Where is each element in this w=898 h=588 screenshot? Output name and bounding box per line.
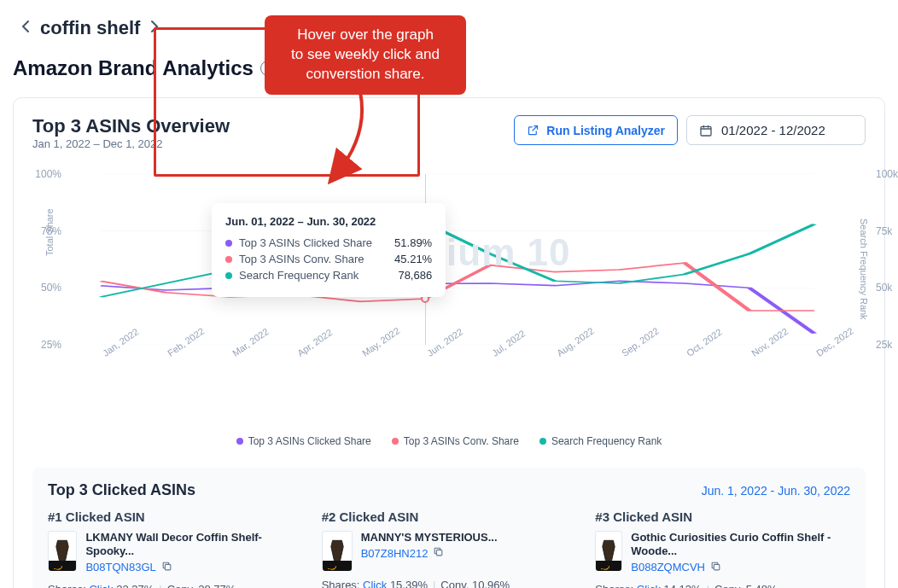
asin-code[interactable]: B08TQN83GL	[85, 561, 172, 574]
asin-name[interactable]: LKMANY Wall Decor Coffin Shelf- Spooky..…	[85, 531, 302, 559]
chevron-left-icon[interactable]	[21, 20, 30, 37]
external-link-icon	[527, 124, 539, 137]
run-button-label: Run Listing Analyzer	[546, 124, 665, 137]
tooltip-label: Top 3 ASINs Conv. Share	[239, 253, 364, 265]
tooltip-label: Search Frequency Rank	[239, 269, 359, 282]
x-tick: Oct, 2022	[685, 350, 691, 358]
legend-label: Search Frequency Rank	[551, 435, 662, 447]
chart-legend: Top 3 ASINs Clicked Share Top 3 ASINs Co…	[32, 435, 866, 447]
panel-title: Top 3 ASINs Overview	[32, 115, 230, 137]
x-tick: Aug, 2022	[555, 350, 561, 358]
y-tick: 50%	[41, 282, 61, 294]
run-listing-analyzer-button[interactable]: Run Listing Analyzer	[514, 115, 678, 145]
asin-rank: #3 Clicked ASIN	[595, 509, 850, 524]
chart-tooltip: Jun. 01, 2022 – Jun. 30, 2022 Top 3 ASIN…	[212, 203, 446, 297]
x-tick: Dec, 2022	[814, 350, 820, 358]
y-tick: 100k	[876, 168, 898, 180]
x-tick: Apr, 2022	[295, 350, 301, 358]
date-range-value: 01/2022 - 12/2022	[721, 123, 825, 137]
chart[interactable]: Total Share Search Frequency Rank 100% 7…	[32, 174, 866, 396]
asin-column: #3 Clicked ASINGothic Curiosities Curio …	[595, 509, 850, 588]
dot-icon	[225, 256, 232, 263]
y-tick: 25%	[41, 339, 61, 351]
tooltip-value: 78,686	[382, 269, 432, 282]
y-tick: 100%	[35, 168, 61, 180]
legend-label: Top 3 ASINs Clicked Share	[248, 435, 371, 447]
asin-thumbnail[interactable]	[322, 531, 353, 570]
asin-name[interactable]: Gothic Curiosities Curio Coffin Shelf - …	[631, 531, 850, 559]
tooltip-row: Search Frequency Rank 78,686	[225, 269, 432, 282]
asin-shares: Shares: Click 14.13%|Conv. 5.48%	[595, 583, 850, 588]
x-tick: Mar, 2022	[230, 350, 236, 358]
chart-svg	[101, 174, 814, 345]
x-axis: Jan, 2022Feb, 2022Mar, 2022Apr, 2022May,…	[101, 350, 814, 360]
callout-annotation: Hover over the graph to see weekly click…	[265, 15, 466, 95]
overview-panel: Top 3 ASINs Overview Jan 1, 2022 – Dec 1…	[13, 97, 885, 588]
asin-thumbnail[interactable]	[595, 531, 622, 570]
svg-rect-6	[437, 550, 442, 556]
tooltip-label: Top 3 ASINs Clicked Share	[239, 236, 372, 249]
legend-item[interactable]: Top 3 ASINs Clicked Share	[236, 435, 371, 447]
tooltip-value: 51.89%	[379, 236, 432, 249]
x-tick: Jun, 2022	[425, 350, 431, 358]
callout-line: to see weekly click and	[280, 45, 451, 65]
x-tick: Sep, 2022	[620, 350, 626, 358]
asin-thumbnail[interactable]	[48, 531, 77, 570]
x-tick: Jan, 2022	[101, 350, 107, 358]
svg-rect-5	[165, 564, 171, 570]
copy-icon[interactable]	[433, 546, 444, 560]
page-title: Amazon Brand Analytics	[13, 56, 254, 80]
legend-item[interactable]: Top 3 ASINs Conv. Share	[392, 435, 519, 447]
dot-icon	[225, 272, 232, 279]
svg-rect-0	[701, 126, 711, 136]
asin-rank: #2 Clicked ASIN	[322, 509, 577, 524]
clicked-asins-panel: Top 3 Clicked ASINs Jun. 1, 2022 - Jun. …	[32, 468, 866, 588]
copy-icon[interactable]	[161, 561, 172, 574]
plot-area[interactable]: Helium 10 Jun. 01, 2022 – Jun. 30, 2022	[101, 174, 814, 345]
dot-icon	[236, 438, 243, 445]
y-tick: 75%	[41, 225, 61, 237]
copy-icon[interactable]	[710, 561, 721, 574]
subpanel-date: Jun. 1, 2022 - Jun. 30, 2022	[702, 484, 850, 498]
tooltip-row: Top 3 ASINs Conv. Share 45.21%	[225, 253, 432, 265]
tooltip-value: 45.21%	[379, 253, 432, 265]
x-tick: May, 2022	[360, 350, 366, 358]
asin-column: #1 Clicked ASINLKMANY Wall Decor Coffin …	[48, 509, 303, 588]
tooltip-title: Jun. 01, 2022 – Jun. 30, 2022	[225, 215, 432, 228]
callout-line: Hover over the graph	[280, 26, 451, 45]
date-range-picker[interactable]: 01/2022 - 12/2022	[686, 115, 866, 145]
asin-shares: Shares: Click 15.39%|Conv. 10.96%	[322, 579, 577, 588]
breadcrumb-title: coffin shelf	[40, 17, 140, 39]
asin-rank: #1 Clicked ASIN	[48, 509, 303, 524]
x-tick: Nov, 2022	[749, 350, 755, 358]
legend-label: Top 3 ASINs Conv. Share	[404, 435, 519, 447]
panel-subtitle: Jan 1, 2022 – Dec 1, 2022	[32, 137, 230, 150]
y-tick: 50k	[876, 282, 892, 294]
x-tick: Jul, 2022	[490, 350, 496, 358]
calendar-icon	[699, 124, 713, 137]
asin-code[interactable]: B07Z8HN212	[361, 546, 445, 560]
x-tick: Feb, 2022	[166, 350, 172, 358]
y-axis-right-label: Search Frequency Rank	[859, 218, 869, 320]
svg-rect-7	[714, 564, 720, 570]
y-tick: 75k	[876, 225, 892, 237]
subpanel-title: Top 3 Clicked ASINs	[48, 481, 195, 499]
dot-icon	[539, 438, 546, 445]
dot-icon	[225, 240, 232, 247]
asin-code[interactable]: B088ZQMCVH	[631, 561, 721, 574]
y-tick: 25k	[876, 339, 892, 351]
dot-icon	[392, 438, 399, 445]
asin-name[interactable]: MANNY'S MYSTERIOUS...	[361, 531, 498, 544]
asin-shares: Shares: Click 22.37%|Conv. 28.77%	[48, 583, 303, 588]
tooltip-row: Top 3 ASINs Clicked Share 51.89%	[225, 236, 432, 249]
asin-column: #2 Clicked ASINMANNY'S MYSTERIOUS...B07Z…	[322, 509, 577, 588]
chevron-right-icon[interactable]	[150, 20, 159, 37]
callout-line: converstion share.	[280, 65, 451, 84]
legend-item[interactable]: Search Frequency Rank	[539, 435, 662, 447]
